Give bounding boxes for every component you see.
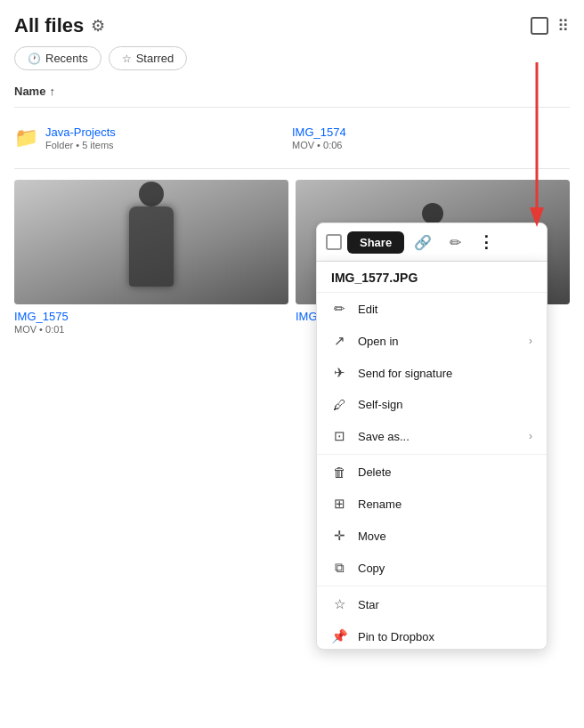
menu-item-self-sign[interactable]: 🖊 Self-sign [317,389,547,420]
edit-icon[interactable]: ✏ [442,229,468,255]
star-menu-icon: ☆ [331,596,347,612]
menu-item-star[interactable]: ☆ Star [317,588,547,620]
divider [14,107,570,108]
menu-item-label: Delete [358,465,532,479]
gear-icon[interactable]: ⚙ [91,16,105,36]
sort-row[interactable]: Name ↑ [0,81,584,103]
menu-item-pin[interactable]: 📌 Pin to Dropbox [317,620,547,649]
menu-item-label: Star [358,598,532,611]
folder-icon: 📁 [14,126,38,150]
pin-icon: 📌 [331,628,347,644]
menu-item-rename[interactable]: ⊞ Rename [317,488,547,520]
chevron-right-icon: › [529,430,532,442]
send-icon: ✈ [331,365,347,381]
copy-icon: ⧉ [331,560,347,576]
sort-label: Name [14,85,45,98]
menu-filename: IMG_1577.JPG [317,262,547,293]
chevron-right-icon: › [529,335,532,347]
grid-view-icon[interactable]: ⠿ [557,16,570,36]
file-meta: Folder • 5 items [45,140,116,150]
menu-item-label: Save as... [358,430,518,443]
save-icon: ⊡ [331,428,347,444]
menu-item-label: Send for signature [358,367,532,380]
menu-divider [317,454,547,455]
self-sign-icon: 🖊 [331,397,347,412]
context-menu-overlay: Share 🔗 ✏ ⋮ IMG_1577.JPG ✏ Edit ↗ Open i… [316,222,548,650]
menu-item-label: Edit [358,303,532,316]
thumbnail [14,180,288,304]
menu-item-save-as[interactable]: ⊡ Save as... › [317,420,547,452]
menu-item-move[interactable]: ✛ Move [317,520,547,552]
menu-item-delete[interactable]: 🗑 Delete [317,457,547,488]
star-icon: ☆ [122,53,132,65]
divider [14,168,570,169]
recents-label: Recents [45,52,88,65]
open-in-icon: ↗ [331,333,347,349]
menu-item-label: Rename [358,497,532,511]
list-item[interactable]: 📁 Java-Projects Folder • 5 items [14,118,292,158]
menu-item-send-signature[interactable]: ✈ Send for signature [317,357,547,389]
menu-item-label: Open in [358,335,518,348]
menu-item-open-in[interactable]: ↗ Open in › [317,325,547,357]
file-name: IMG_1575 [14,310,288,323]
menu-item-label: Move [358,530,532,543]
select-all-checkbox[interactable] [531,17,548,35]
menu-item-copy[interactable]: ⧉ Copy [317,552,547,584]
context-menu: IMG_1577.JPG ✏ Edit ↗ Open in › ✈ Send f… [316,262,548,650]
file-name: Java-Projects [45,125,116,139]
list-item[interactable]: IMG_1575 MOV • 0:01 [14,180,288,335]
starred-button[interactable]: ☆ Starred [109,46,188,70]
share-button[interactable]: Share [347,231,404,254]
page-header: All files ⚙ ⠿ [0,0,584,46]
menu-items-scroll: ✏ Edit ↗ Open in › ✈ Send for signature … [317,293,547,649]
menu-item-label: Self-sign [358,398,532,411]
menu-item-edit[interactable]: ✏ Edit [317,293,547,325]
trash-icon: 🗑 [331,465,347,480]
starred-label: Starred [136,52,174,65]
menu-divider [317,586,547,586]
menu-item-label: Copy [358,562,532,575]
page-title: All files [14,14,84,37]
item-checkbox[interactable] [326,234,342,250]
file-meta: MOV • 0:01 [14,324,288,335]
edit-menu-icon: ✏ [331,301,347,317]
header-actions: ⠿ [531,16,570,36]
file-name: IMG_1574 [292,125,570,139]
filter-bar: 🕐 Recents ☆ Starred [0,46,584,81]
move-icon: ✛ [331,528,347,544]
share-toolbar: Share 🔗 ✏ ⋮ [316,222,548,262]
link-icon[interactable]: 🔗 [410,229,436,255]
list-item[interactable]: IMG_1574 MOV • 0:06 [292,118,570,158]
file-name: IMG [296,310,318,323]
menu-item-label: Pin to Dropbox [358,630,532,643]
clock-icon: 🕐 [28,53,41,65]
rename-icon: ⊞ [331,496,347,512]
more-options-icon[interactable]: ⋮ [474,229,500,255]
file-meta: MOV • 0:06 [292,140,570,150]
file-grid-row-1: 📁 Java-Projects Folder • 5 items IMG_157… [0,111,584,165]
sort-direction: ↑ [49,85,55,98]
recents-button[interactable]: 🕐 Recents [14,46,101,70]
